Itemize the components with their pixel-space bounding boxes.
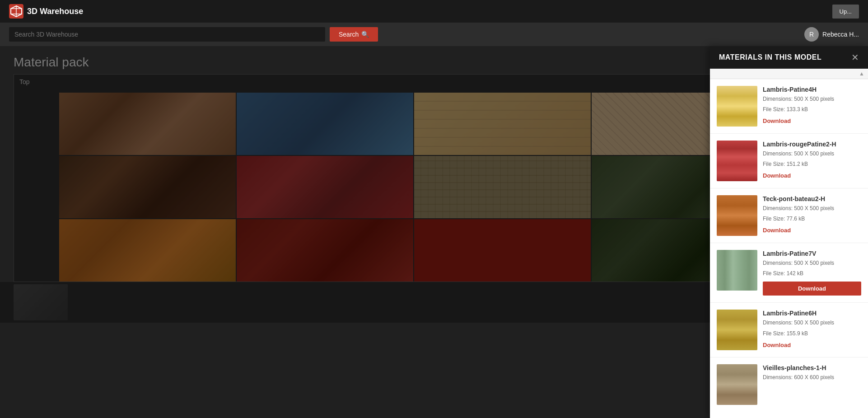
download-material-button[interactable]: Download — [763, 340, 861, 350]
page-title: Material pack — [0, 46, 782, 74]
avatar: R — [804, 27, 819, 42]
scroll-indicator: ▲ — [710, 69, 868, 79]
search-icon: 🔍 — [361, 31, 369, 38]
material-filesize: File Size: 155.9 kB — [763, 329, 861, 338]
material-item: Lambris-Patine6H Dimensions: 500 X 500 p… — [710, 303, 868, 357]
bottom-thumb[interactable] — [14, 284, 68, 320]
texture-cell — [237, 156, 413, 218]
material-name: Lambris-Patine7V — [763, 250, 861, 257]
upload-button[interactable]: Up... — [832, 5, 859, 19]
logo-text: 3D Warehouse — [27, 7, 83, 16]
materials-list[interactable]: Lambris-Patine4H Dimensions: 500 X 500 p… — [710, 79, 868, 418]
material-info: Lambris-Patine7V Dimensions: 500 X 500 p… — [763, 250, 861, 296]
materials-panel: MATERIALS IN THIS MODEL ✕ ▲ Lambris-Pati… — [710, 46, 868, 418]
material-info: Lambris-Patine4H Dimensions: 500 X 500 p… — [763, 86, 861, 126]
material-filesize: File Size: 133.3 kB — [763, 105, 861, 114]
main-container: Material pack Top ⤢ — [0, 46, 868, 418]
header: 3D Warehouse Up... — [0, 0, 868, 23]
download-material-button[interactable]: Download — [763, 116, 861, 126]
user-area: R Rebecca H... — [804, 27, 859, 42]
texture-grid — [14, 75, 768, 282]
scroll-up-icon: ▲ — [859, 70, 864, 77]
content-area: Material pack Top ⤢ — [0, 46, 782, 418]
material-thumbnail — [717, 195, 757, 236]
download-material-button[interactable]: Download — [763, 170, 861, 181]
texture-cell — [414, 156, 591, 218]
materials-header: MATERIALS IN THIS MODEL ✕ — [710, 46, 868, 69]
material-thumbnail — [717, 250, 757, 291]
material-item: Lambris-rougePatine2-H Dimensions: 500 X… — [710, 134, 868, 188]
material-info: Lambris-rougePatine2-H Dimensions: 500 X… — [763, 141, 861, 181]
model-viewer: Top ⤢ — [14, 74, 769, 282]
material-item: Lambris-Patine4H Dimensions: 500 X 500 p… — [710, 79, 868, 134]
texture-cell — [59, 93, 236, 155]
material-filesize: File Size: 77.6 kB — [763, 215, 861, 223]
material-item: Vieilles-planches-1-H Dimensions: 600 X … — [710, 357, 868, 412]
material-name: Vieilles-planches-1-H — [763, 364, 861, 371]
search-bar: Search 🔍 R Rebecca H... — [0, 23, 868, 46]
bottom-thumbnails — [0, 282, 782, 323]
material-thumbnail — [717, 141, 757, 181]
texture-cell — [414, 93, 591, 155]
texture-cell — [59, 156, 236, 218]
materials-title: MATERIALS IN THIS MODEL — [719, 53, 821, 61]
material-dimensions: Dimensions: 600 X 600 pixels — [763, 373, 861, 382]
close-materials-button[interactable]: ✕ — [851, 53, 859, 62]
username: Rebecca H... — [822, 31, 859, 38]
search-input[interactable] — [9, 27, 325, 42]
material-info: Teck-pont-bateau2-H Dimensions: 500 X 50… — [763, 195, 861, 235]
material-name: Lambris-rougePatine2-H — [763, 141, 861, 148]
material-item: Teck-pont-bateau2-H Dimensions: 500 X 50… — [710, 188, 868, 243]
material-dimensions: Dimensions: 500 X 500 pixels — [763, 259, 861, 268]
material-filesize: File Size: 151.2 kB — [763, 160, 861, 169]
app-logo[interactable]: 3D Warehouse — [9, 4, 83, 19]
material-name: Lambris-Patine6H — [763, 310, 861, 317]
material-dimensions: Dimensions: 500 X 500 pixels — [763, 95, 861, 103]
search-button[interactable]: Search 🔍 — [330, 27, 378, 42]
material-name: Teck-pont-bateau2-H — [763, 195, 861, 202]
material-info: Lambris-Patine6H Dimensions: 500 X 500 p… — [763, 310, 861, 350]
material-thumbnail — [717, 86, 757, 127]
download-material-button[interactable]: Download — [763, 282, 861, 296]
material-dimensions: Dimensions: 500 X 500 pixels — [763, 319, 861, 327]
material-thumbnail — [717, 310, 757, 350]
material-thumbnail — [717, 364, 757, 405]
texture-cell — [237, 93, 413, 155]
download-material-button[interactable]: Download — [763, 225, 861, 235]
texture-cell — [59, 219, 236, 282]
search-label: Search — [339, 31, 359, 38]
texture-cell — [237, 219, 413, 282]
material-name: Lambris-Patine4H — [763, 86, 861, 93]
view-label: Top — [14, 75, 35, 89]
material-item: Lambris-Patine7V Dimensions: 500 X 500 p… — [710, 243, 868, 303]
material-filesize: File Size: 142 kB — [763, 269, 861, 278]
texture-cell — [414, 219, 591, 282]
material-info: Vieilles-planches-1-H Dimensions: 600 X … — [763, 364, 861, 382]
material-dimensions: Dimensions: 500 X 500 pixels — [763, 150, 861, 158]
material-dimensions: Dimensions: 500 X 500 pixels — [763, 204, 861, 213]
logo-icon — [9, 4, 23, 19]
